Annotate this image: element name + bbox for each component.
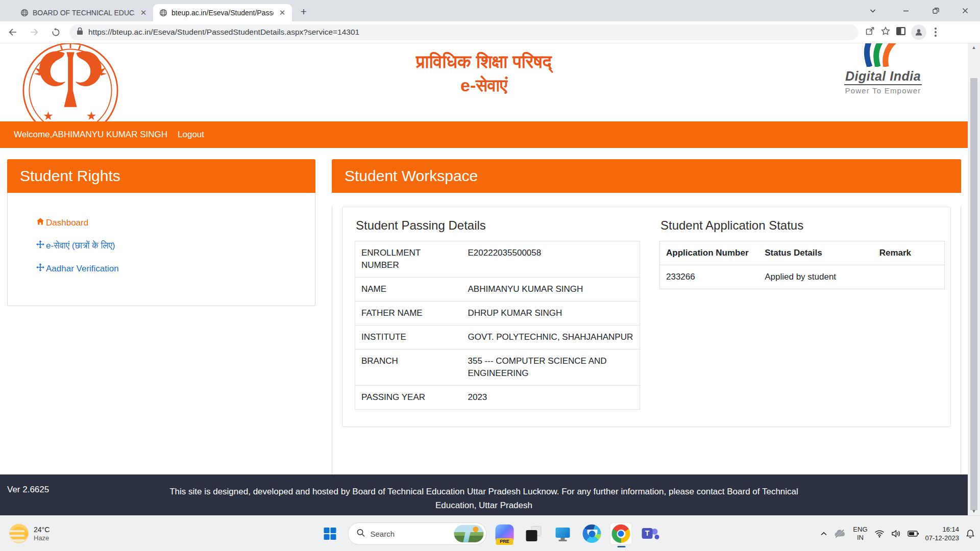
sidebar-item-label: Dashboard xyxy=(46,218,88,228)
sidebar-item-label: Aadhar Verification xyxy=(46,264,119,274)
row-label: ENROLLMENT NUMBER xyxy=(355,241,462,278)
overlapping-squares-icon xyxy=(525,525,543,542)
back-icon[interactable] xyxy=(4,23,21,41)
table-row: INSTITUTE GOVT. POLYTECHNIC, SHAHJAHANPU… xyxy=(355,325,640,349)
site-header: ★ ★ प्राविधिक शिक्षा परिषद् e-सेवाएं xyxy=(0,43,968,121)
search-icon xyxy=(357,529,365,539)
reload-icon[interactable] xyxy=(47,23,64,41)
wifi-icon[interactable] xyxy=(874,530,885,538)
weather-temp: 24°C xyxy=(34,525,50,534)
passing-details-title: Student Passing Details xyxy=(356,218,640,233)
student-rights-body: Dashboard e-सेवाएं (छात्रों के लिए) xyxy=(7,193,315,306)
tray-chevron-up-icon[interactable] xyxy=(820,531,827,536)
table-row: NAME ABHIMANYU KUMAR SINGH xyxy=(355,278,640,302)
browser-toolbar: https://bteup.ac.in/Eseva/Student/Passed… xyxy=(0,21,980,43)
footer-text: This site is designed, developed and hos… xyxy=(167,474,800,512)
workspace-card: Student Passing Details ENROLLMENT NUMBE… xyxy=(342,207,951,427)
search-placeholder: Search xyxy=(371,530,449,538)
status-cell: Applied by student xyxy=(758,265,873,289)
tab-search-chevron-icon[interactable] xyxy=(863,0,883,21)
copilot-app[interactable]: PRE xyxy=(494,522,516,545)
browser-tab-bteup[interactable]: bteup.ac.in/Eseva/Student/Passe ✕ xyxy=(153,4,292,21)
scrollbar-thumb[interactable] xyxy=(970,78,977,510)
maximize-button[interactable] xyxy=(921,0,950,21)
taskbar-center: Search PRE T xyxy=(319,516,662,551)
language-indicator[interactable]: ENG IN xyxy=(853,525,867,542)
close-window-button[interactable] xyxy=(950,0,980,21)
sidebar-item-label: e-सेवाएं (छात्रों के लिए) xyxy=(46,241,115,251)
site-title-line1: प्राविधिक शिक्षा परिषद् xyxy=(0,49,968,74)
digital-india-name: Digital India xyxy=(844,69,922,85)
new-tab-button[interactable]: + xyxy=(296,5,311,20)
start-button[interactable] xyxy=(319,522,341,545)
battery-icon[interactable] xyxy=(908,531,919,537)
volume-icon[interactable] xyxy=(891,530,901,538)
row-value: E20222035500058 xyxy=(462,241,640,278)
table-row: PASSING YEAR 2023 xyxy=(355,386,640,410)
remark-cell xyxy=(873,265,945,289)
browser-tab-board[interactable]: BOARD OF TECHNICAL EDUCATI ✕ xyxy=(14,4,153,21)
system-tray: ENG IN 16:14 07-12-2023 xyxy=(820,516,975,551)
site-footer: Ver 2.6625 This site is designed, develo… xyxy=(0,474,968,515)
passing-details-table: ENROLLMENT NUMBER E20222035500058 NAME A… xyxy=(355,241,640,410)
tab-close-icon[interactable]: ✕ xyxy=(139,8,148,17)
haze-sun-icon xyxy=(9,524,29,543)
weather-widget[interactable]: 24°C Haze xyxy=(9,516,50,551)
logout-link[interactable]: Logout xyxy=(178,130,204,140)
row-label: NAME xyxy=(355,278,462,302)
copilot-pre-badge: PRE xyxy=(496,538,513,545)
welcome-text: Welcome,ABHIMANYU KUMAR SINGH xyxy=(14,130,167,140)
scroll-down-arrow[interactable]: ▼ xyxy=(968,507,980,515)
globe-favicon xyxy=(159,9,167,17)
svg-text:★: ★ xyxy=(43,109,54,121)
student-workspace-panel: Student Workspace Student Passing Detail… xyxy=(332,159,961,475)
row-value: 2023 xyxy=(462,386,640,410)
application-status-table: Application Number Status Details Remark… xyxy=(659,241,945,289)
student-workspace-body: Student Passing Details ENROLLMENT NUMBE… xyxy=(332,207,961,475)
notifications-bell-icon[interactable] xyxy=(966,529,975,539)
application-status-section: Student Application Status Application N… xyxy=(659,217,945,416)
taskbar-search[interactable]: Search xyxy=(348,522,487,545)
search-highlight-image[interactable] xyxy=(454,525,484,542)
tab-strip: BOARD OF TECHNICAL EDUCATI ✕ bteup.ac.in… xyxy=(0,0,980,21)
edge-app[interactable] xyxy=(581,522,603,545)
url-bar[interactable]: https://bteup.ac.in/Eseva/Student/Passed… xyxy=(69,24,858,40)
chrome-icon xyxy=(612,524,630,543)
share-icon[interactable] xyxy=(865,26,875,38)
row-label: BRANCH xyxy=(355,349,462,386)
globe-favicon xyxy=(20,9,29,17)
side-panel-icon[interactable] xyxy=(896,27,906,38)
scroll-up-arrow[interactable]: ▲ xyxy=(968,43,980,52)
monitor-icon xyxy=(554,525,572,542)
site-title: प्राविधिक शिक्षा परिषद् e-सेवाएं xyxy=(0,49,968,96)
bookmark-star-icon[interactable] xyxy=(880,26,891,38)
table-row: FATHER NAME DHRUP KUMAR SINGH xyxy=(355,302,640,325)
browser-menu-icon[interactable] xyxy=(932,28,940,37)
move-icon xyxy=(36,263,44,274)
teams-app[interactable]: T xyxy=(639,522,662,545)
minimize-button[interactable] xyxy=(891,0,921,21)
page-content: ★ ★ प्राविधिक शिक्षा परिषद् e-सेवाएं xyxy=(0,43,968,515)
chrome-app[interactable] xyxy=(610,522,632,545)
profile-avatar[interactable] xyxy=(911,24,926,40)
teams-icon: T xyxy=(641,524,659,543)
clock-widget[interactable]: 16:14 07-12-2023 xyxy=(925,525,960,542)
sidebar-item-dashboard[interactable]: Dashboard xyxy=(36,217,315,228)
window-controls xyxy=(891,0,980,21)
page-viewport: ★ ★ प्राविधिक शिक्षा परिषद् e-सेवाएं xyxy=(0,43,980,515)
snipping-app[interactable] xyxy=(523,522,545,545)
column-header: Application Number xyxy=(660,241,759,265)
tab-close-icon[interactable]: ✕ xyxy=(278,8,287,17)
this-pc-app[interactable] xyxy=(552,522,574,545)
page-scrollbar[interactable]: ▲ ▼ xyxy=(968,43,980,515)
forward-icon[interactable] xyxy=(26,23,43,41)
table-header-row: Application Number Status Details Remark xyxy=(660,241,945,265)
sidebar-item-eseva[interactable]: e-सेवाएं (छात्रों के लिए) xyxy=(36,240,315,251)
application-status-title: Student Application Status xyxy=(660,218,945,233)
student-workspace-header: Student Workspace xyxy=(332,159,961,193)
passing-details-section: Student Passing Details ENROLLMENT NUMBE… xyxy=(355,217,640,416)
windows-logo-icon xyxy=(323,526,338,541)
onedrive-offline-icon[interactable] xyxy=(834,529,846,538)
sidebar-item-aadhar-verification[interactable]: Aadhar Verification xyxy=(36,263,315,274)
browser-window: BOARD OF TECHNICAL EDUCATI ✕ bteup.ac.in… xyxy=(0,0,980,551)
